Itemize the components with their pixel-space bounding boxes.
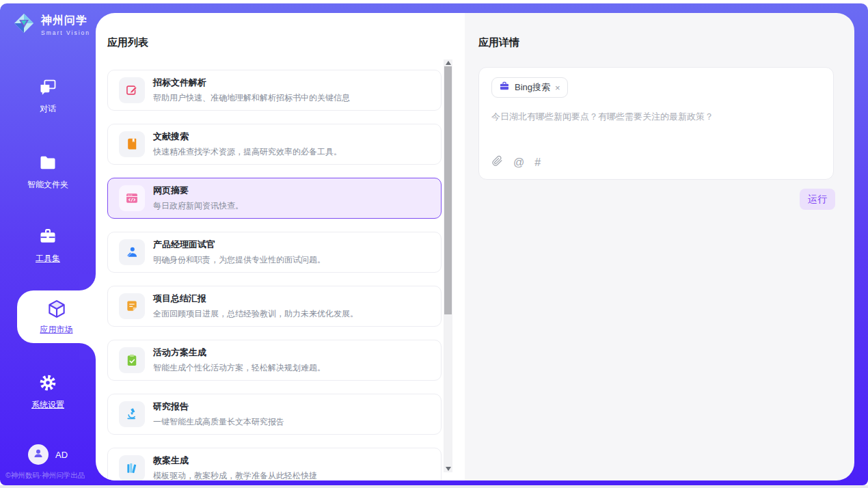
close-icon[interactable]: × — [555, 83, 560, 93]
app-list-title: 应用列表 — [107, 36, 465, 49]
scrollbar-thumb[interactable] — [444, 66, 452, 314]
app-detail-title: 应用详情 — [478, 36, 835, 49]
document-edit-icon — [119, 77, 145, 103]
brand-name: 神州问学 — [41, 14, 87, 26]
app-description: 全面回顾项目进展，总结经验教训，助力未来优化发展。 — [153, 308, 358, 320]
clipboard-check-icon — [119, 347, 145, 373]
app-name: 文献搜索 — [153, 131, 342, 143]
app-window: 神州问学 Smart Vision 对话 智能文件夹 — [0, 3, 868, 485]
scrollbar[interactable] — [444, 59, 452, 472]
cube-icon — [46, 310, 67, 321]
app-list-panel: 应用列表 招标文件解析 帮助用户快速、准确地理解和解析招标书中的关键信息 — [96, 13, 465, 480]
brand: 神州问学 Smart Vision — [12, 12, 90, 38]
at-icon[interactable]: @ — [513, 157, 524, 169]
app-description: 快速精准查找学术资源，提高研究效率的必备工具。 — [153, 146, 342, 158]
tool-tag-bing-search[interactable]: Bing搜索 × — [491, 77, 568, 98]
book-icon — [119, 131, 145, 157]
app-description: 每日政府新闻资讯快查。 — [153, 200, 243, 212]
app-list: 招标文件解析 帮助用户快速、准确地理解和解析招标书中的关键信息 文献搜索 — [107, 70, 442, 480]
paperclip-icon[interactable] — [491, 155, 503, 170]
app-description: 帮助用户快速、准确地理解和解析招标书中的关键信息 — [153, 92, 350, 104]
sidebar-item-label: 应用市场 — [17, 324, 96, 336]
books-icon — [119, 455, 145, 480]
sidebar-footer: ©神州数码·神州问学出品 — [5, 471, 101, 480]
bottom-strip — [0, 485, 868, 488]
sidebar-item-app-market-active[interactable]: 应用市场 — [17, 290, 96, 343]
active-tab-notch — [79, 274, 96, 290]
app-name: 活动方案生成 — [153, 347, 325, 359]
app-name: 项目总结汇报 — [153, 293, 358, 305]
app-name: 教案生成 — [153, 455, 317, 467]
sidebar-item-label: 对话 — [0, 103, 96, 115]
scrollbar-down-arrow-icon[interactable] — [446, 467, 451, 471]
app-name: 网页摘要 — [153, 185, 243, 197]
sidebar-item-label: 智能文件夹 — [0, 179, 96, 191]
app-card-pm-interviewer[interactable]: 产品经理面试官 明确身份和职责，为您提供专业性的面试问题。 — [107, 232, 442, 273]
sidebar-item-chat[interactable]: 对话 — [0, 77, 96, 115]
scrollbar-up-arrow-icon[interactable] — [446, 61, 451, 65]
app-card-web-summary-selected[interactable]: 网页摘要 每日政府新闻资讯快查。 — [107, 178, 442, 219]
content-area: 应用列表 招标文件解析 帮助用户快速、准确地理解和解析招标书中的关键信息 — [96, 13, 854, 480]
app-name: 研究报告 — [153, 401, 284, 413]
app-card-project-summary[interactable]: 项目总结汇报 全面回顾项目进展，总结经验教训，助力未来优化发展。 — [107, 286, 442, 327]
app-detail-panel: 应用详情 Bing搜索 × 今日湖北有哪些新闻要点？有哪些需要关注的最新政策？ — [465, 13, 854, 480]
gear-icon — [38, 383, 57, 394]
user-initials: AD — [55, 450, 68, 460]
app-card-lesson-plan[interactable]: 教案生成 模板驱动，教案秒成，教学准备从此轻松快捷 — [107, 448, 442, 480]
sidebar-item-smart-folder[interactable]: 智能文件夹 — [0, 153, 96, 191]
folder-icon — [38, 163, 57, 174]
avatar — [28, 444, 49, 465]
sidebar-item-label: 工具集 — [0, 253, 96, 265]
app-card-event-plan[interactable]: 活动方案生成 智能生成个性化活动方案，轻松解决规划难题。 — [107, 340, 442, 381]
app-card-research-report[interactable]: 研究报告 一键智能生成高质量长文本研究报告 — [107, 394, 442, 435]
sidebar-item-toolset[interactable]: 工具集 — [0, 227, 96, 265]
sidebar-item-label: 系统设置 — [0, 399, 96, 411]
prompt-card[interactable]: Bing搜索 × 今日湖北有哪些新闻要点？有哪些需要关注的最新政策？ @ # — [478, 67, 834, 180]
app-name: 招标文件解析 — [153, 77, 350, 89]
app-description: 一键智能生成高质量长文本研究报告 — [153, 416, 284, 428]
prompt-toolbar: @ # — [491, 155, 541, 170]
app-name: 产品经理面试官 — [153, 239, 325, 251]
tool-tag-label: Bing搜索 — [515, 81, 550, 94]
diamond-logo-icon — [12, 12, 36, 38]
hash-icon[interactable]: # — [534, 157, 541, 169]
app-description: 智能生成个性化活动方案，轻松解决规划难题。 — [153, 362, 325, 374]
app-card-literature-search[interactable]: 文献搜索 快速精准查找学术资源，提高研究效率的必备工具。 — [107, 124, 442, 165]
app-card-bid-parsing[interactable]: 招标文件解析 帮助用户快速、准确地理解和解析招标书中的关键信息 — [107, 70, 442, 111]
report-note-icon — [119, 293, 145, 319]
toolbox-icon — [38, 236, 57, 248]
prompt-text[interactable]: 今日湖北有哪些新闻要点？有哪些需要关注的最新政策？ — [491, 111, 821, 123]
active-tab-notch — [79, 343, 96, 360]
interviewer-icon — [119, 239, 145, 265]
run-button[interactable]: 运行 — [800, 189, 835, 210]
sidebar: 神州问学 Smart Vision 对话 智能文件夹 — [0, 3, 96, 485]
microscope-icon — [119, 401, 145, 427]
webpage-code-icon — [119, 185, 145, 211]
app-description: 明确身份和职责，为您提供专业性的面试问题。 — [153, 254, 325, 266]
person-avatar-icon — [32, 447, 44, 462]
user-row[interactable]: AD — [0, 444, 96, 465]
chat-icon — [38, 87, 57, 98]
briefcase-icon — [499, 81, 510, 94]
brand-subtitle: Smart Vision — [41, 29, 90, 36]
app-description: 模板驱动，教案秒成，教学准备从此轻松快捷 — [153, 470, 317, 480]
sidebar-item-settings[interactable]: 系统设置 — [0, 373, 96, 411]
